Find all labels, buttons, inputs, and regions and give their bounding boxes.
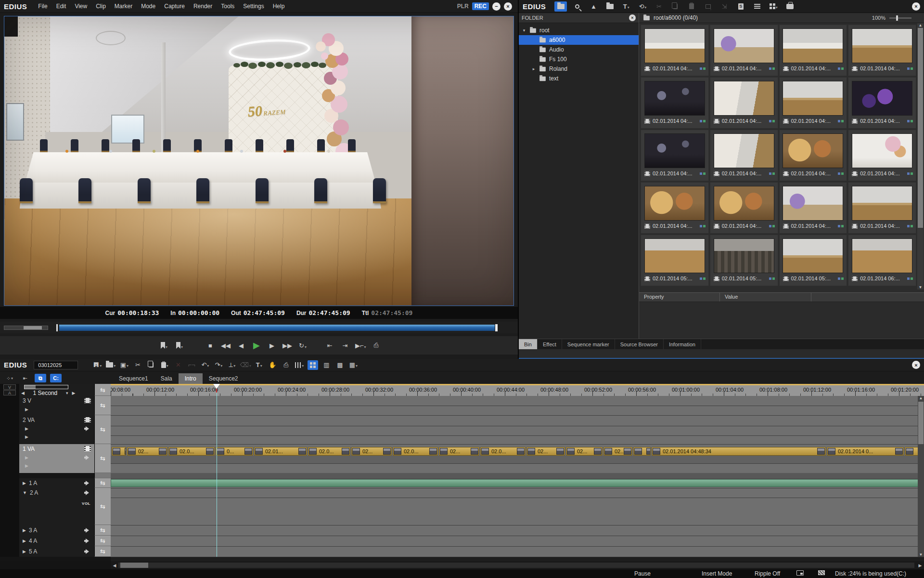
bin-clip[interactable]: 02.01.2014 04:... (641, 25, 709, 76)
clip-thumbnail[interactable] (644, 186, 705, 221)
effects-palette-button[interactable]: ▩ (334, 360, 345, 370)
expand-icon[interactable]: ▶ (23, 528, 26, 533)
menu-item[interactable]: Help (269, 1, 289, 12)
register-button[interactable] (702, 1, 714, 12)
shuttle-thumb[interactable] (24, 326, 42, 329)
create-title-button[interactable]: T▾ (620, 1, 632, 12)
clip-thumbnail[interactable] (644, 133, 705, 168)
bin-clip[interactable]: 02.01.2014 04:... (779, 77, 847, 129)
speaker-icon[interactable] (84, 426, 91, 431)
clip-thumbnail[interactable] (783, 186, 843, 221)
save-button[interactable]: ▣▾ (119, 360, 129, 370)
copy-button[interactable] (146, 360, 156, 370)
track-header-4a[interactable]: ▶4 A ⇆ (0, 536, 111, 546)
timeline-vertical-scrollbar[interactable]: ▲ ▼ (918, 396, 924, 557)
hscroll-thumb[interactable] (120, 563, 148, 568)
timeline-horizontal-scrollbar[interactable]: ◀ ▶ (0, 561, 924, 569)
expand-icon[interactable]: ▶ (25, 434, 28, 439)
bin-tab[interactable]: Sequence marker (562, 339, 615, 349)
convert-button[interactable]: ⟲▾ (636, 1, 649, 12)
scale-dropdown-icon[interactable]: ▾ (66, 391, 68, 395)
expand-icon[interactable]: ▶ (23, 539, 26, 543)
speaker-icon[interactable] (84, 455, 91, 460)
track-header-2a[interactable]: ▼2 A VOL ⇆ (0, 488, 111, 525)
menu-item[interactable]: Clip (91, 1, 110, 12)
toolbox-button[interactable] (783, 1, 796, 12)
speaker-icon[interactable] (84, 549, 91, 554)
clip-thumbnail[interactable] (852, 81, 912, 116)
menu-item[interactable]: Mode (137, 1, 160, 12)
track-header-2va[interactable]: 2 VA ▶ ▶ ⇆ (0, 415, 111, 444)
timeline-clip[interactable]: 02... (526, 447, 565, 456)
timeline-clip[interactable]: 02.01... (254, 447, 307, 456)
speaker-icon[interactable] (84, 528, 91, 533)
track-header-3a[interactable]: ▶3 A ⇆ (0, 525, 111, 536)
rewind-button[interactable]: ◀◀ (220, 340, 231, 351)
bin-clip[interactable]: 02.01.2014 04:... (710, 130, 778, 181)
search-button[interactable] (571, 1, 583, 12)
clip-thumbnail[interactable] (852, 238, 912, 273)
expand-icon[interactable]: ▶ (25, 407, 28, 412)
sync-toggle[interactable]: ⇆ (94, 525, 111, 536)
set-out-marker-button[interactable]: ▾ (174, 340, 185, 351)
clip-thumbnail[interactable] (852, 133, 912, 168)
bin-clip[interactable]: 02.01.2014 04:... (710, 77, 778, 129)
seek-position-bar[interactable] (59, 325, 495, 331)
scroll-down-icon[interactable]: ▼ (917, 285, 924, 289)
folder-tree-item[interactable]: a6000 (519, 35, 639, 45)
track-lanes[interactable]: 02... 02.0... (111, 396, 924, 557)
close-icon[interactable]: × (912, 361, 920, 369)
sync-toggle[interactable]: ⇆ (94, 536, 111, 546)
scroll-right-icon[interactable]: ▶ (916, 563, 924, 568)
mixer-button[interactable]: ▾ (294, 360, 305, 370)
add-cut-point-button[interactable]: ⟂▾ (227, 360, 237, 370)
timeline-clip[interactable]: 02... (351, 447, 392, 456)
clip-thumbnail[interactable] (714, 133, 774, 168)
open-project-button[interactable]: ▾ (105, 360, 116, 370)
menu-item[interactable]: Marker (110, 1, 137, 12)
timeline-clip[interactable] (633, 447, 651, 456)
bin-clip[interactable]: 02.01.2014 05:... (641, 235, 709, 286)
clip-thumbnail[interactable] (783, 81, 843, 116)
expand-icon[interactable]: ▶ (25, 463, 28, 468)
speaker-icon[interactable] (84, 539, 91, 543)
close-icon[interactable]: × (504, 2, 512, 11)
track-name[interactable]: 5 A (29, 548, 37, 555)
list-view-button[interactable] (751, 1, 763, 12)
bin-clip[interactable]: 02.01.2014 04:... (848, 182, 916, 234)
timeline-clip[interactable]: 02... (603, 447, 632, 456)
bin-clip[interactable]: 02.01.2014 04:... (779, 25, 847, 76)
timeline-clip[interactable]: 02.0... (480, 447, 526, 456)
sequence-tab[interactable]: Intro (179, 373, 203, 384)
timeline-view-button[interactable] (308, 360, 318, 370)
open-folder-button[interactable] (603, 1, 616, 12)
value-column-header[interactable]: Value (720, 293, 811, 302)
clip-thumbnail[interactable] (783, 28, 843, 63)
expand-icon[interactable]: ▶ (23, 481, 26, 486)
menu-item[interactable]: Capture (160, 1, 189, 12)
set-in-marker-button[interactable]: ▾ (159, 340, 169, 351)
sync-link-button[interactable]: ⧉ (35, 374, 46, 382)
sync-toggle[interactable]: ⇆ (94, 415, 111, 444)
scale-next-icon[interactable]: ▶ (72, 391, 75, 395)
undo-button[interactable]: ↶▾ (200, 360, 210, 370)
menu-item[interactable]: Render (189, 1, 217, 12)
layout-button[interactable]: ▦▾ (348, 360, 359, 370)
sequence-tab[interactable]: Sequence2 (203, 373, 244, 384)
bin-clip[interactable]: 02.01.2014 04:... (641, 130, 709, 181)
timeline-clip[interactable]: 02.0... (308, 447, 350, 456)
export-button[interactable]: ⎙ (371, 340, 382, 351)
timeline-clip[interactable]: 02.01.2014 04:48:34 (652, 447, 826, 456)
sync-toggle[interactable]: ⇆ (94, 546, 111, 557)
zoom-slider[interactable] (889, 17, 911, 19)
paste-button[interactable] (685, 1, 698, 12)
shuttle-mini-bar[interactable] (4, 326, 48, 330)
hscroll-track[interactable] (118, 563, 914, 568)
dual-monitor-button[interactable]: ▥ (321, 360, 332, 370)
track-name[interactable]: 3 A (29, 527, 37, 534)
timeline-clip[interactable]: 02.0... (168, 447, 215, 456)
clip-thumbnail[interactable] (783, 133, 843, 168)
go-to-in-button[interactable]: ⇤ (324, 340, 335, 351)
bin-clip[interactable]: 02.01.2014 04:... (848, 25, 916, 76)
menu-item[interactable]: View (70, 1, 91, 12)
